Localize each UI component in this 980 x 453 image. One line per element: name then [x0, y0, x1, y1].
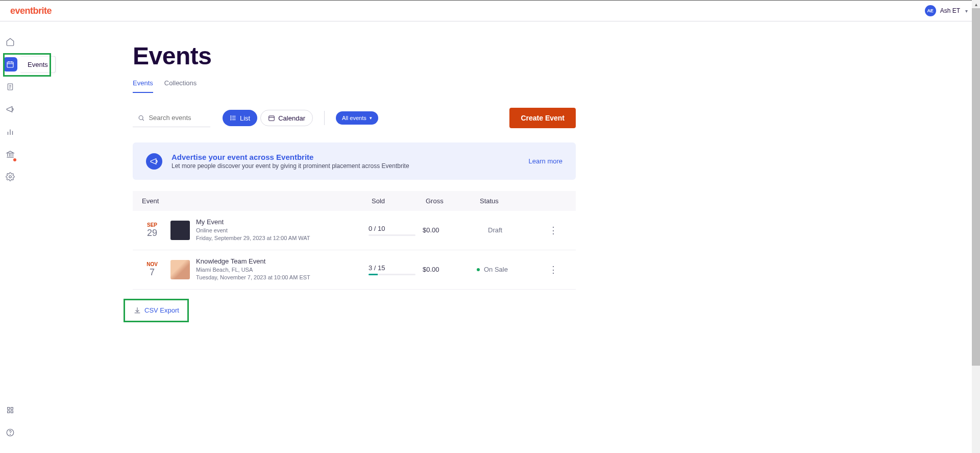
event-row[interactable]: SEP 29 My Event Online event Friday, Sep…	[133, 211, 576, 250]
home-icon	[3, 35, 17, 49]
scroll-up-arrow-icon[interactable]: ▴	[972, 0, 980, 8]
row-menu-button[interactable]: ⋮	[543, 225, 564, 236]
event-title: My Event	[196, 218, 369, 226]
sidebar-item-help[interactable]	[0, 421, 20, 444]
user-name-label: Ash ET	[940, 7, 960, 14]
document-icon	[3, 80, 17, 94]
svg-rect-17	[8, 408, 10, 410]
sidebar-item-finance[interactable]	[0, 143, 20, 165]
event-thumbnail	[170, 221, 190, 240]
promo-banner: Advertise your event across Eventbrite L…	[133, 142, 576, 180]
event-title: Knowledge Team Event	[196, 257, 369, 265]
gross-amount: $0.00	[423, 266, 477, 273]
tab-collections[interactable]: Collections	[164, 79, 197, 93]
tab-events[interactable]: Events	[133, 79, 153, 93]
annotation-highlight-csv-export: CSV Export	[124, 299, 189, 322]
gross-amount: $0.00	[423, 226, 477, 234]
event-thumbnail	[170, 260, 190, 279]
sold-count: 0 / 10	[369, 225, 423, 232]
event-date: NOV 7	[142, 261, 162, 278]
sold-progress-bar	[369, 274, 415, 275]
promo-learn-more-link[interactable]: Learn more	[529, 157, 562, 165]
event-date-day: 29	[142, 228, 162, 239]
list-icon	[230, 114, 237, 122]
event-row[interactable]: NOV 7 Knowledge Team Event Miami Beach, …	[133, 250, 576, 290]
event-date-day: 7	[142, 267, 162, 278]
sidebar-item-home[interactable]	[0, 31, 20, 53]
event-subtitle: Miami Beach, FL, USA	[196, 266, 369, 274]
status-label: On Sale	[484, 266, 508, 273]
calendar-icon	[3, 57, 17, 71]
search-input[interactable]	[149, 114, 206, 122]
left-nav-sidebar: Events	[0, 21, 20, 453]
sidebar-item-marketing[interactable]	[0, 98, 20, 121]
svg-point-29	[231, 117, 231, 118]
toolbar: List Calendar All events ▾ Create Event	[133, 108, 576, 128]
csv-export-button[interactable]: CSV Export	[126, 302, 186, 319]
download-icon	[133, 306, 141, 315]
sold-count: 3 / 15	[369, 264, 423, 272]
bar-chart-icon	[3, 125, 17, 139]
event-date: SEP 29	[142, 222, 162, 239]
svg-point-22	[10, 434, 11, 435]
chevron-down-icon: ▾	[370, 115, 372, 121]
sidebar-item-orders[interactable]	[0, 76, 20, 98]
sidebar-item-reports[interactable]	[0, 121, 20, 143]
avatar: AE	[925, 5, 936, 16]
status-label: Draft	[488, 226, 502, 234]
svg-rect-31	[269, 116, 275, 121]
vertical-scrollbar[interactable]: ▴	[972, 0, 980, 453]
col-header-event: Event	[142, 197, 372, 205]
event-date-month: NOV	[142, 261, 162, 267]
search-icon	[138, 114, 144, 122]
calendar-small-icon	[268, 114, 275, 122]
filter-all-events-button[interactable]: All events ▾	[336, 111, 378, 125]
sold-progress-bar	[369, 234, 415, 236]
scroll-thumb[interactable]	[972, 8, 980, 366]
main-content: Events Events Collections List	[20, 21, 980, 453]
sidebar-item-settings[interactable]	[0, 165, 20, 188]
col-header-sold: Sold	[372, 197, 426, 205]
grid-icon	[3, 403, 17, 417]
sidebar-tooltip-events: Events	[20, 56, 56, 73]
sidebar-item-apps[interactable]	[0, 399, 20, 421]
app-header: eventbrite AE Ash ET ▾	[0, 1, 980, 21]
svg-point-28	[231, 116, 231, 116]
svg-point-16	[9, 176, 12, 178]
col-header-status: Status	[480, 197, 546, 205]
promo-title: Advertise your event across Eventbrite	[172, 153, 520, 161]
col-header-gross: Gross	[426, 197, 480, 205]
event-date-month: SEP	[142, 222, 162, 228]
promo-subtitle: Let more people discover your event by g…	[172, 162, 520, 170]
create-event-button[interactable]: Create Event	[509, 108, 576, 128]
event-datetime: Friday, September 29, 2023 at 12:00 AM W…	[196, 234, 369, 242]
event-subtitle: Online event	[196, 227, 369, 234]
svg-rect-18	[11, 408, 13, 410]
status-cell: Draft	[477, 226, 543, 234]
tab-bar: Events Collections	[133, 79, 576, 93]
chevron-down-icon: ▾	[965, 8, 968, 14]
sidebar-item-events[interactable]: Events	[0, 53, 20, 76]
view-calendar-label: Calendar	[278, 114, 305, 122]
status-dot-icon	[477, 268, 480, 271]
view-calendar-button[interactable]: Calendar	[260, 110, 313, 126]
event-datetime: Tuesday, November 7, 2023 at 10:00 AM ES…	[196, 274, 369, 281]
user-menu[interactable]: AE Ash ET ▾	[923, 3, 972, 18]
search-input-wrapper[interactable]	[133, 109, 210, 127]
svg-rect-0	[7, 62, 13, 67]
help-icon	[3, 425, 17, 440]
megaphone-circle-icon	[146, 153, 162, 170]
svg-line-24	[142, 119, 144, 121]
megaphone-icon	[3, 102, 17, 116]
view-list-button[interactable]: List	[223, 110, 257, 126]
svg-rect-19	[8, 411, 10, 413]
status-cell: On Sale	[477, 266, 543, 273]
csv-export-label: CSV Export	[144, 306, 179, 314]
brand-logo[interactable]: eventbrite	[10, 6, 52, 16]
separator	[324, 111, 325, 125]
filter-label: All events	[342, 115, 366, 121]
gear-icon	[3, 170, 17, 184]
events-table-header: Event Sold Gross Status	[133, 191, 576, 211]
row-menu-button[interactable]: ⋮	[543, 264, 564, 275]
notification-dot	[13, 158, 16, 161]
